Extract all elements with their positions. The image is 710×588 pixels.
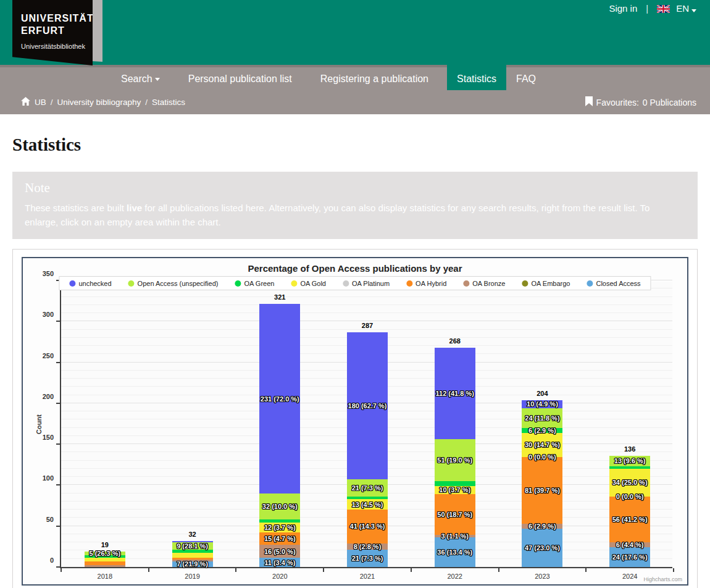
plot-area[interactable]: Count 0501001502002503003502018201920202… (60, 282, 672, 568)
legend-item-closed-access[interactable]: Closed Access (587, 280, 640, 287)
bar-segment-oa-hybrid-2024[interactable]: 56 (41.2 %) (609, 497, 650, 542)
nav-item-personal-publication-list[interactable]: Personal publication list (178, 67, 302, 90)
breadcrumb-statistics: Statistics (152, 98, 185, 107)
page-title: Statistics (12, 135, 698, 155)
bar-data-label: 6 (2.9 %) (528, 523, 556, 530)
bar-segment-oa-hybrid-2020[interactable]: 15 (4.7 %) (259, 532, 300, 545)
home-icon[interactable] (21, 97, 30, 107)
bar-data-label: 47 (23.0 %) (525, 544, 560, 552)
bar-segment-open-access-unspecified--2023[interactable]: 24 (11.8 %) (522, 408, 562, 428)
stack-total-label: 136 (624, 445, 635, 453)
bar-segment-unchecked-2023[interactable]: 10 (4.9 %) (522, 400, 562, 408)
chart-box[interactable]: Percentage of Open Access publications b… (22, 257, 688, 586)
favourites[interactable]: Favourites: 0 Publications (585, 96, 696, 108)
bar-data-label: 9 (28.1 %) (177, 542, 208, 550)
bar-segment-oa-hybrid-2021[interactable]: 41 (14.3 %) (347, 510, 388, 543)
legend-item-open-access-unspecified-[interactable]: Open Access (unspecified) (128, 280, 219, 287)
legend-label: OA Bronze (472, 280, 505, 287)
bar-segment-oa-gold-2021[interactable]: 13 (4.5 %) (347, 499, 388, 510)
bar-segment-oa-hybrid-2018[interactable] (85, 561, 125, 566)
site-header: Sign in | EN UNIVERSITÄT ERFURT Universi… (0, 0, 710, 65)
y-axis-tick-label: 250 (29, 352, 54, 359)
bar-segment-oa-gold-2019[interactable] (172, 553, 213, 558)
bar-segment-unchecked-2020[interactable]: 231 (72.0 %) (259, 304, 300, 493)
nav-item-statistics[interactable]: Statistics (447, 65, 506, 90)
bar-data-label: 24 (17.6 %) (612, 553, 648, 561)
x-axis-category-label: 2020 (236, 573, 324, 580)
legend-marker-icon (235, 280, 241, 287)
bar-data-label: 10 (3.7 %) (439, 486, 470, 494)
legend-item-oa-bronze[interactable]: OA Bronze (463, 280, 505, 287)
legend-item-oa-green[interactable]: OA Green (235, 280, 274, 287)
university-logo[interactable]: UNIVERSITÄT ERFURT Universitätsbibliothe… (12, 0, 106, 69)
bar-segment-open-access-unspecified--2024[interactable]: 13 (9.6 %) (609, 456, 650, 466)
legend-marker-icon (587, 280, 593, 287)
breadcrumb-bar: UB / University bibliography / Statistic… (0, 90, 710, 114)
legend-item-unchecked[interactable]: unchecked (69, 280, 111, 287)
y-axis-tick (56, 362, 60, 363)
bar-segment-oa-bronze-2020[interactable]: 16 (5.0 %) (259, 545, 300, 558)
breadcrumb-separator: / (145, 98, 148, 107)
bar-segment-closed-access-2023[interactable]: 47 (23.0 %) (522, 529, 562, 567)
bar-segment-closed-access-2019[interactable]: 7 (21.9 %) (172, 561, 213, 567)
breadcrumb-ub[interactable]: UB (35, 98, 46, 107)
legend-item-oa-embargo[interactable]: OA Embargo (522, 280, 570, 287)
nav-item-search[interactable]: Search (111, 67, 170, 90)
legend-item-oa-platinum[interactable]: OA Platinum (343, 280, 390, 287)
bar-segment-open-access-unspecified--2022[interactable]: 51 (19.0 %) (435, 439, 475, 481)
bar-segment-unchecked-2021[interactable]: 180 (62.7 %) (347, 332, 388, 480)
bar-segment-oa-hybrid-2023[interactable]: 81 (39.7 %) (522, 457, 562, 523)
x-axis-category-label: 2018 (61, 573, 149, 580)
bar-segment-oa-gold-2020[interactable]: 12 (3.7 %) (259, 523, 300, 532)
stack-total-label: 32 (188, 531, 196, 538)
legend-label: OA Platinum (352, 280, 390, 287)
bar-segment-closed-access-2022[interactable]: 36 (13.4 %) (435, 537, 475, 567)
x-axis-category-label: 2022 (411, 573, 499, 580)
legend-item-oa-hybrid[interactable]: OA Hybrid (406, 280, 446, 287)
breadcrumb-separator: / (51, 98, 53, 107)
bar-data-label: 34 (25.0 %) (612, 479, 648, 486)
bar-segment-open-access-unspecified--2018[interactable]: 5 (26.3 %) (85, 552, 125, 556)
bar-segment-closed-access-2020[interactable]: 11 (3.4 %) (259, 558, 300, 567)
bar-segment-oa-hybrid-2022[interactable]: 50 (18.7 %) (435, 494, 475, 535)
legend-marker-icon (343, 280, 349, 287)
bar-segment-oa-gold-2022[interactable]: 10 (3.7 %) (435, 486, 475, 494)
breadcrumb-university-bibliography[interactable]: University bibliography (57, 98, 141, 107)
bar-segment-unchecked-2022[interactable]: 112 (41.8 %) (435, 348, 475, 439)
bar-segment-closed-access-2024[interactable]: 24 (17.6 %) (609, 547, 650, 567)
bar-data-label: 13 (4.5 %) (352, 501, 383, 508)
topbar-divider: | (643, 3, 651, 14)
bar-segment-oa-bronze-2021[interactable]: 8 (2.8 %) (347, 544, 388, 550)
nav-item-faq[interactable]: FAQ (506, 67, 546, 90)
note-body: These statistics are built live for all … (25, 201, 685, 229)
bar-segment-oa-green-2022[interactable] (435, 481, 475, 486)
bar-segment-open-access-unspecified--2020[interactable]: 32 (10.0 %) (259, 494, 300, 519)
legend-marker-icon (128, 280, 135, 287)
stack-total-label: 204 (537, 390, 548, 397)
bar-segment-open-access-unspecified--2021[interactable]: 21 (7.3 %) (347, 479, 388, 497)
bar-segment-open-access-unspecified--2019[interactable]: 9 (28.1 %) (172, 542, 213, 550)
legend-item-oa-gold[interactable]: OA Gold (291, 280, 326, 287)
y-axis-tick-label: 100 (29, 474, 54, 482)
bar-data-label: 11 (3.4 %) (264, 559, 295, 566)
chart-title: Percentage of Open Access publications b… (23, 263, 687, 274)
bar-segment-closed-access-2021[interactable]: 21 (7.3 %) (347, 550, 388, 567)
bar-segment-oa-green-2023[interactable]: 6 (2.9 %) (522, 428, 562, 433)
x-axis-category-label: 2021 (324, 573, 411, 580)
bar-segment-oa-bronze-2024[interactable]: 6 (4.4 %) (609, 542, 650, 547)
main-nav: Search Personal publication list Registe… (0, 65, 710, 90)
stack-total-label: 321 (274, 293, 285, 301)
x-axis-tick (235, 568, 236, 572)
bar-segment-oa-bronze-2023[interactable]: 6 (2.9 %) (522, 524, 562, 529)
highcharts-credit[interactable]: Highcharts.com (643, 576, 682, 582)
language-dropdown[interactable]: EN (676, 3, 696, 14)
sign-in-link[interactable]: Sign in (609, 3, 637, 14)
x-axis-tick (323, 568, 324, 572)
x-axis-tick (673, 568, 674, 572)
stack-total-label: 19 (101, 541, 109, 548)
nav-item-registering-a-publication[interactable]: Registering a publication (311, 67, 438, 90)
legend-label: OA Green (244, 280, 274, 287)
legend-label: Closed Access (596, 280, 640, 287)
bar-segment-oa-bronze-2018[interactable] (85, 565, 125, 567)
y-axis-tick-label: 200 (29, 393, 54, 400)
